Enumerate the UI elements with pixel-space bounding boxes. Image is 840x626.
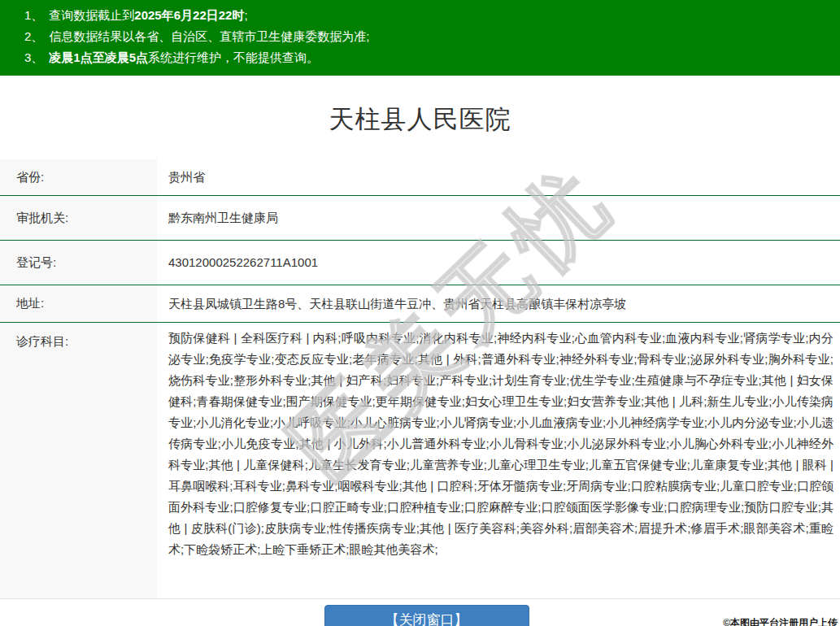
notice-text: 信息数据结果以各省、自治区、直辖市卫生健康委数据为准; [49, 29, 369, 43]
copyright-notice: ©本图由平台注册用户上传 [723, 616, 838, 626]
field-label-address: 地址: [0, 285, 157, 322]
info-row-approval-authority: 审批机关: 黔东南州卫生健康局 [0, 196, 840, 241]
field-label-province: 省份: [0, 159, 157, 195]
notice-number: 3、 [24, 50, 43, 64]
notice-text-bold: 2025年6月22日22时 [134, 8, 244, 22]
notice-number: 2、 [24, 29, 43, 43]
info-row-registration-number: 登记号: 43012000252262711A1001 [0, 241, 840, 285]
notice-banner: 1、查询数据截止到2025年6月22日22时; 2、信息数据结果以各省、自治区、… [0, 0, 840, 76]
close-window-button[interactable]: 【关闭窗口】 [324, 605, 529, 626]
notice-text-bold: 凌晨1点至凌晨5点 [49, 50, 148, 64]
field-value-registration-number: 43012000252262711A1001 [157, 241, 840, 285]
notice-text: ; [244, 8, 247, 22]
field-label-approval-authority: 审批机关: [0, 196, 157, 240]
field-label-medical-departments: 诊疗科目: [0, 323, 157, 598]
field-value-address: 天柱县凤城镇卫生路8号、天柱县联山街道牛豆冲、贵州省天柱县高酿镇丰保村凉亭坡 [157, 285, 840, 322]
info-row-address: 地址: 天柱县凤城镇卫生路8号、天柱县联山街道牛豆冲、贵州省天柱县高酿镇丰保村凉… [0, 285, 840, 323]
notice-line-2: 2、信息数据结果以各省、自治区、直辖市卫生健康委数据为准; [24, 26, 824, 47]
field-value-approval-authority: 黔东南州卫生健康局 [157, 196, 840, 240]
footer-bar: 【关闭窗口】 ©本图由平台注册用户上传 [0, 599, 840, 626]
info-row-medical-departments: 诊疗科目: 预防保健科 | 全科医疗科 | 内科;呼吸内科专业;消化内科专业;神… [0, 323, 840, 599]
hospital-info-table: 省份: 贵州省 审批机关: 黔东南州卫生健康局 登记号: 43012000252… [0, 159, 840, 599]
notice-line-3: 3、凌晨1点至凌晨5点系统进行维护，不能提供查询。 [24, 47, 824, 68]
hospital-title: 天柱县人民医院 [0, 102, 840, 137]
field-value-medical-departments: 预防保健科 | 全科医疗科 | 内科;呼吸内科专业;消化内科专业;神经内科专业;… [157, 323, 840, 598]
info-row-province: 省份: 贵州省 [0, 159, 840, 196]
notice-text: 查询数据截止到 [49, 8, 134, 22]
notice-number: 1、 [24, 8, 43, 22]
notice-line-1: 1、查询数据截止到2025年6月22日22时; [24, 5, 824, 26]
notice-text: 系统进行维护，不能提供查询。 [148, 50, 319, 64]
field-label-registration-number: 登记号: [0, 241, 157, 285]
field-value-province: 贵州省 [157, 159, 840, 195]
